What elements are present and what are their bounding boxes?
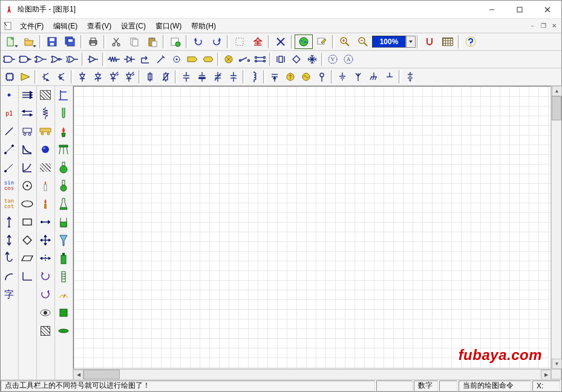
cart-wheels-tool[interactable] (37, 122, 54, 140)
zener-icon[interactable] (90, 70, 106, 84)
menu-file[interactable]: 文件(F) (15, 19, 48, 33)
circle-point-tool[interactable] (19, 177, 36, 195)
menu-settings[interactable]: 设置(C) (116, 19, 151, 33)
varistor-icon[interactable] (158, 70, 174, 84)
move-cross-tool[interactable] (37, 231, 54, 249)
save-button[interactable] (43, 34, 61, 49)
volumetric-flask-tool[interactable] (55, 177, 72, 195)
torch-tool[interactable] (37, 195, 54, 213)
resistor-icon[interactable] (106, 52, 122, 67)
edit-image-button[interactable] (313, 34, 331, 49)
zoom-in-button[interactable] (336, 34, 354, 49)
earth-ground-icon[interactable] (382, 70, 397, 84)
or-gate-icon[interactable] (33, 52, 49, 67)
ellipse-tool[interactable] (19, 195, 36, 213)
stand-tool[interactable] (55, 86, 72, 104)
nor-gate-icon[interactable] (49, 52, 65, 67)
inductor-icon[interactable] (246, 70, 262, 84)
mdi-restore-button[interactable]: ❐ (538, 21, 548, 31)
label-tool[interactable]: p1 (1, 104, 18, 122)
paste-button[interactable] (143, 34, 162, 49)
hatch-slash-tool[interactable] (37, 158, 54, 177)
probe-icon[interactable] (153, 52, 169, 67)
xor-gate-icon[interactable] (65, 52, 80, 67)
help-button[interactable] (462, 34, 480, 49)
hscroll-thumb[interactable] (83, 370, 120, 379)
scroll-down-button[interactable]: ▼ (552, 359, 562, 369)
maximize-button[interactable] (506, 1, 534, 18)
connector-icon[interactable] (314, 70, 330, 84)
diamond-icon[interactable] (289, 52, 304, 67)
scroll-left-button[interactable]: ◀ (73, 370, 83, 380)
switch-double-icon[interactable] (252, 52, 268, 67)
snap-button[interactable] (420, 34, 439, 49)
line-tool[interactable] (1, 122, 18, 140)
rect-tool[interactable] (19, 213, 36, 231)
lamp-icon[interactable] (221, 52, 237, 67)
parallelogram-tool[interactable] (19, 249, 36, 267)
burst-icon[interactable] (304, 52, 320, 67)
nand-gate-icon[interactable] (18, 52, 33, 67)
arc-tool[interactable] (1, 267, 18, 286)
menu-window[interactable]: 窗口(W) (151, 19, 186, 33)
block-tool[interactable] (55, 304, 72, 322)
capacitor-icon[interactable] (178, 70, 194, 84)
voltmeter-icon[interactable]: V (325, 52, 341, 67)
rotate-tool[interactable] (37, 267, 54, 286)
zoom-level-input[interactable]: 100% (372, 36, 406, 48)
curve-down-tool[interactable] (19, 140, 36, 158)
grid-button[interactable] (439, 34, 457, 49)
cut-button[interactable] (107, 34, 125, 49)
cart-tool[interactable] (19, 122, 36, 140)
buffer-gate-icon[interactable] (85, 52, 101, 67)
capacitor-curved-icon[interactable] (226, 70, 241, 84)
tag-right-icon[interactable] (185, 52, 200, 67)
drawing-canvas[interactable]: fubaya.com (73, 86, 551, 369)
mdi-close-button[interactable]: ✕ (549, 21, 559, 31)
globe-button[interactable] (295, 34, 313, 49)
burner-tool[interactable] (55, 122, 72, 140)
gauge-tool[interactable] (55, 286, 72, 304)
box-tool[interactable] (37, 322, 54, 340)
sin-tool[interactable]: sincos (1, 177, 18, 195)
delete-button[interactable] (272, 34, 290, 49)
arrows-in-tool[interactable] (19, 104, 36, 122)
pot-icon[interactable] (267, 70, 283, 84)
arrow-up-left-icon[interactable] (137, 52, 153, 67)
point-tool[interactable] (1, 86, 18, 104)
ground-icon[interactable] (335, 70, 350, 84)
open-button[interactable] (20, 34, 38, 49)
testtube-tool[interactable] (55, 104, 72, 122)
diamond-tool[interactable] (19, 231, 36, 249)
and-gate-icon[interactable] (2, 52, 18, 67)
crystal-icon[interactable] (273, 52, 289, 67)
source-dc-icon[interactable] (283, 70, 298, 84)
horizontal-scrollbar[interactable]: ◀ ▶ (73, 369, 551, 379)
chip-icon[interactable] (2, 70, 18, 84)
candle-tool[interactable] (37, 177, 54, 195)
hatch-tool[interactable] (37, 86, 54, 104)
capacitor-var-icon[interactable] (210, 70, 226, 84)
sphere-tool[interactable] (37, 140, 54, 158)
hook-tool[interactable] (1, 249, 18, 267)
select-all-button[interactable]: 全 (249, 34, 267, 49)
mdi-minimize-button[interactable]: － (528, 21, 537, 31)
mirror-h-tool[interactable] (37, 249, 54, 267)
menu-help[interactable]: 帮助(H) (186, 19, 221, 33)
curve-up-tool[interactable] (19, 158, 36, 177)
undo-button[interactable] (189, 34, 207, 49)
scroll-up-button[interactable]: ▲ (552, 86, 562, 96)
antenna-icon[interactable] (350, 70, 366, 84)
ray-tool[interactable] (1, 158, 18, 177)
diode-down-icon[interactable] (74, 70, 90, 84)
segment-tool[interactable] (1, 140, 18, 158)
diode-icon[interactable] (122, 52, 137, 67)
fuse-icon[interactable] (142, 70, 158, 84)
saveall-button[interactable] (61, 34, 79, 49)
double-arrow-tool[interactable] (1, 231, 18, 249)
cylinder-tool[interactable] (55, 267, 72, 286)
print-button[interactable] (84, 34, 102, 49)
npn-icon[interactable] (38, 70, 54, 84)
photodiode-icon[interactable] (122, 70, 137, 84)
vertical-scrollbar[interactable]: ▲ ▼ (551, 86, 561, 369)
